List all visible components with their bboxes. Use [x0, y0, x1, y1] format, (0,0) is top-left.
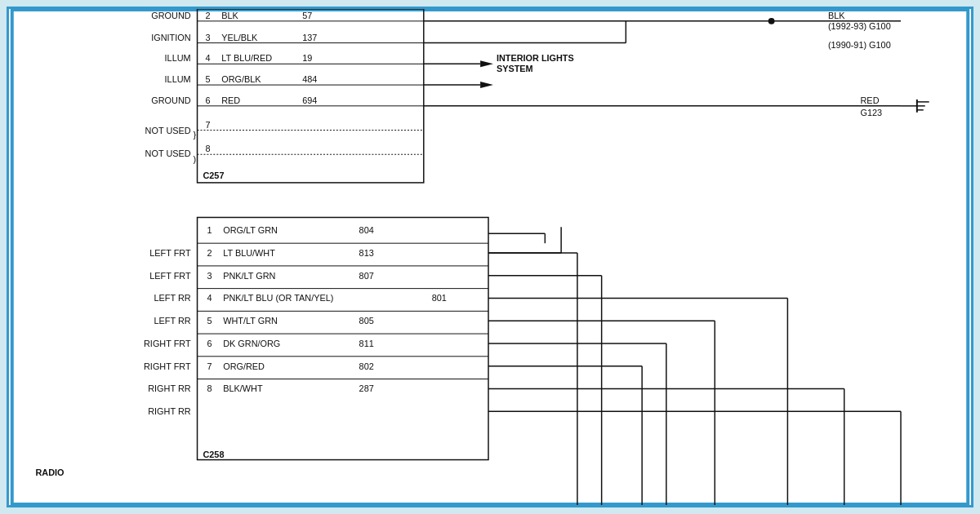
svg-text:807: 807 [359, 271, 374, 281]
svg-text:SYSTEM: SYSTEM [497, 64, 533, 73]
main-container: 2 BLK 57 3 YEL/BLK 137 4 LT BLU/RED 19 5… [7, 7, 973, 507]
svg-text:ORG/LT GRN: ORG/LT GRN [223, 225, 278, 235]
svg-text:137: 137 [302, 33, 317, 42]
svg-text:G123: G123 [861, 108, 883, 117]
svg-text:LEFT RR: LEFT RR [154, 316, 190, 326]
svg-text:2: 2 [205, 11, 210, 20]
svg-text:LEFT FRT: LEFT FRT [149, 271, 191, 281]
svg-text:813: 813 [359, 248, 374, 258]
svg-text:C258: C258 [203, 450, 224, 459]
svg-text:801: 801 [432, 293, 447, 303]
svg-text:7: 7 [207, 361, 212, 371]
svg-text:DK GRN/ORG: DK GRN/ORG [223, 339, 280, 348]
svg-text:5: 5 [207, 316, 212, 326]
svg-text:4: 4 [207, 293, 212, 303]
svg-text:(1990-91) G100: (1990-91) G100 [828, 40, 891, 50]
svg-text:LT BLU/RED: LT BLU/RED [221, 53, 272, 63]
svg-text:LEFT FRT: LEFT FRT [149, 248, 191, 258]
svg-text:ORG/BLK: ORG/BLK [221, 74, 261, 84]
svg-text:YEL/BLK: YEL/BLK [221, 33, 258, 42]
svg-text:RIGHT RR: RIGHT RR [148, 406, 191, 416]
svg-text:BLK: BLK [828, 11, 845, 20]
svg-text:NOT USED: NOT USED [145, 126, 191, 135]
svg-text:BLK/WHT: BLK/WHT [223, 383, 263, 393]
svg-text:NOT USED: NOT USED [145, 148, 191, 158]
svg-text:7: 7 [205, 120, 210, 130]
svg-text:804: 804 [359, 225, 374, 235]
svg-text:IGNITION: IGNITION [151, 33, 190, 42]
svg-text:RIGHT FRT: RIGHT FRT [144, 361, 191, 371]
svg-text:811: 811 [359, 339, 374, 348]
svg-text:4: 4 [205, 53, 210, 63]
svg-text:(1992-93) G100: (1992-93) G100 [828, 21, 891, 31]
svg-text:BLK: BLK [221, 11, 238, 20]
svg-text:RED: RED [221, 95, 240, 105]
svg-text:805: 805 [359, 316, 374, 326]
svg-text:8: 8 [207, 383, 212, 393]
svg-text:INTERIOR LIGHTS: INTERIOR LIGHTS [497, 53, 574, 63]
svg-text:6: 6 [207, 339, 212, 348]
svg-text:WHT/LT GRN: WHT/LT GRN [223, 316, 278, 326]
svg-text:PNK/LT GRN: PNK/LT GRN [223, 271, 275, 281]
svg-text:57: 57 [302, 11, 312, 20]
svg-text:287: 287 [359, 383, 374, 393]
svg-text:1: 1 [207, 225, 212, 235]
svg-text:802: 802 [359, 361, 374, 371]
svg-text:3: 3 [205, 33, 210, 42]
svg-text:19: 19 [302, 53, 312, 63]
svg-text:ILLUM: ILLUM [165, 74, 191, 84]
svg-text:694: 694 [302, 95, 317, 105]
svg-text:8: 8 [205, 144, 210, 153]
svg-text:C257: C257 [203, 171, 224, 180]
svg-text:LEFT RR: LEFT RR [154, 293, 190, 303]
svg-text:2: 2 [207, 248, 212, 258]
svg-text:5: 5 [205, 74, 210, 84]
diagram-area: 2 BLK 57 3 YEL/BLK 137 4 LT BLU/RED 19 5… [9, 9, 971, 505]
svg-text:RIGHT RR: RIGHT RR [148, 383, 191, 393]
svg-text:}: } [194, 130, 197, 140]
svg-text:6: 6 [205, 95, 210, 105]
svg-text:): ) [194, 154, 197, 164]
svg-text:3: 3 [207, 271, 212, 281]
svg-text:GROUND: GROUND [151, 11, 190, 20]
svg-text:ILLUM: ILLUM [165, 53, 191, 63]
svg-text:GROUND: GROUND [151, 95, 190, 105]
svg-text:LT BLU/WHT: LT BLU/WHT [223, 248, 275, 258]
svg-text:PNK/LT BLU (OR TAN/YEL): PNK/LT BLU (OR TAN/YEL) [223, 293, 333, 303]
svg-text:RED: RED [861, 95, 880, 105]
svg-text:ORG/RED: ORG/RED [223, 361, 265, 371]
svg-text:RADIO: RADIO [35, 467, 64, 477]
svg-text:RIGHT FRT: RIGHT FRT [144, 339, 191, 348]
svg-text:484: 484 [302, 74, 317, 84]
